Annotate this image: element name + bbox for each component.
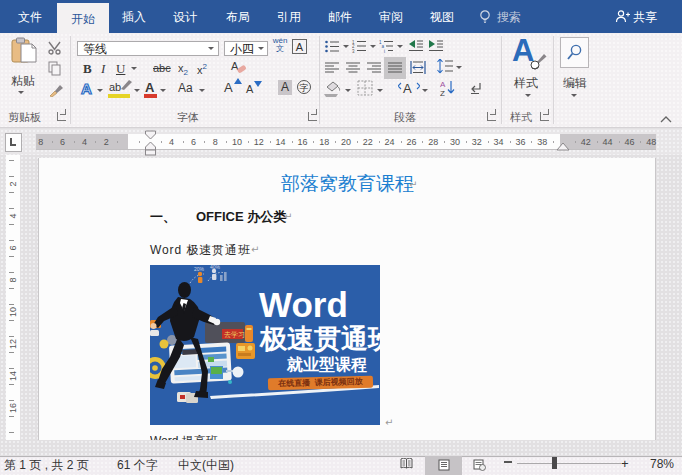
svg-text:40%: 40%: [210, 265, 221, 270]
svg-text:A: A: [403, 81, 412, 96]
svg-text:20%: 20%: [194, 266, 205, 272]
svg-text:3: 3: [352, 49, 355, 54]
svg-text:去学习: 去学习: [224, 331, 245, 338]
svg-text:i: i: [384, 49, 385, 54]
svg-text:Z: Z: [440, 89, 445, 97]
